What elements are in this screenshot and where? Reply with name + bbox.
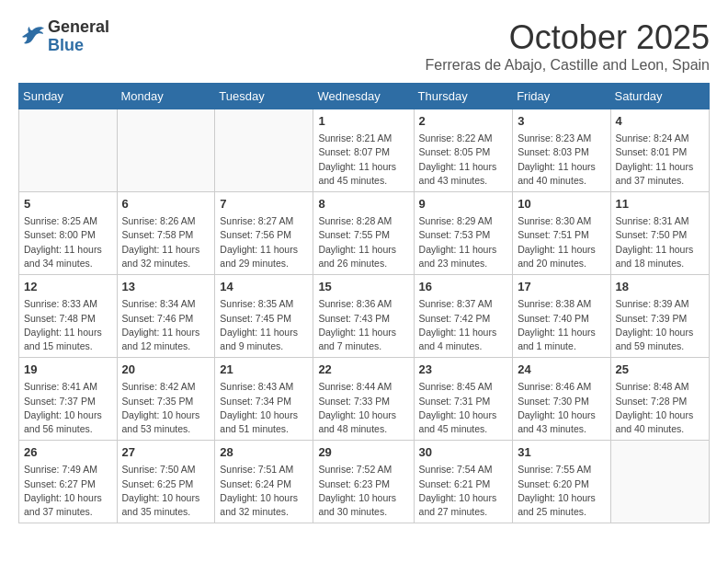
day-cell: 15Sunrise: 8:36 AM Sunset: 7:43 PM Dayli… <box>313 275 414 358</box>
day-cell: 2Sunrise: 8:22 AM Sunset: 8:05 PM Daylig… <box>414 109 513 192</box>
day-cell: 3Sunrise: 8:23 AM Sunset: 8:03 PM Daylig… <box>513 109 610 192</box>
day-cell: 5Sunrise: 8:25 AM Sunset: 8:00 PM Daylig… <box>19 192 118 275</box>
day-info: Sunrise: 8:38 AM Sunset: 7:40 PM Dayligh… <box>518 297 605 353</box>
day-cell: 23Sunrise: 8:45 AM Sunset: 7:31 PM Dayli… <box>414 358 513 441</box>
calendar-table: SundayMondayTuesdayWednesdayThursdayFrid… <box>18 83 710 523</box>
day-number: 4 <box>616 113 704 130</box>
day-number: 7 <box>220 196 308 213</box>
header-thursday: Thursday <box>414 84 513 109</box>
day-number: 21 <box>220 362 308 378</box>
day-number: 25 <box>616 362 704 378</box>
day-cell: 17Sunrise: 8:38 AM Sunset: 7:40 PM Dayli… <box>513 275 610 358</box>
day-number: 31 <box>518 444 605 461</box>
day-info: Sunrise: 8:41 AM Sunset: 7:37 PM Dayligh… <box>24 380 112 436</box>
day-number: 10 <box>518 196 605 213</box>
week-row-1: 1Sunrise: 8:21 AM Sunset: 8:07 PM Daylig… <box>19 109 710 192</box>
page-header: General Blue October 2025 Ferreras de Ab… <box>18 18 710 74</box>
day-cell <box>19 109 118 192</box>
day-cell: 13Sunrise: 8:34 AM Sunset: 7:46 PM Dayli… <box>117 275 215 358</box>
day-number: 15 <box>318 279 408 295</box>
day-info: Sunrise: 8:27 AM Sunset: 7:56 PM Dayligh… <box>220 214 308 270</box>
day-info: Sunrise: 8:30 AM Sunset: 7:51 PM Dayligh… <box>518 214 605 270</box>
day-cell: 6Sunrise: 8:26 AM Sunset: 7:58 PM Daylig… <box>117 192 215 275</box>
day-cell: 25Sunrise: 8:48 AM Sunset: 7:28 PM Dayli… <box>610 358 709 441</box>
day-cell: 29Sunrise: 7:52 AM Sunset: 6:23 PM Dayli… <box>313 441 414 523</box>
day-info: Sunrise: 7:55 AM Sunset: 6:20 PM Dayligh… <box>518 463 605 519</box>
day-info: Sunrise: 8:22 AM Sunset: 8:05 PM Dayligh… <box>419 132 508 188</box>
day-cell: 1Sunrise: 8:21 AM Sunset: 8:07 PM Daylig… <box>313 109 414 192</box>
header-monday: Monday <box>117 84 215 109</box>
day-number: 29 <box>318 444 408 461</box>
location-subtitle: Ferreras de Abajo, Castille and Leon, Sp… <box>425 57 710 74</box>
day-cell: 24Sunrise: 8:46 AM Sunset: 7:30 PM Dayli… <box>513 358 610 441</box>
day-cell: 30Sunrise: 7:54 AM Sunset: 6:21 PM Dayli… <box>414 441 513 523</box>
day-number: 9 <box>419 196 508 213</box>
day-info: Sunrise: 8:26 AM Sunset: 7:58 PM Dayligh… <box>122 214 210 270</box>
day-number: 5 <box>24 196 112 213</box>
header-friday: Friday <box>513 84 610 109</box>
day-info: Sunrise: 8:24 AM Sunset: 8:01 PM Dayligh… <box>616 132 704 188</box>
day-cell: 16Sunrise: 8:37 AM Sunset: 7:42 PM Dayli… <box>414 275 513 358</box>
day-cell: 22Sunrise: 8:44 AM Sunset: 7:33 PM Dayli… <box>313 358 414 441</box>
day-info: Sunrise: 8:21 AM Sunset: 8:07 PM Dayligh… <box>318 132 408 188</box>
day-info: Sunrise: 8:33 AM Sunset: 7:48 PM Dayligh… <box>24 297 112 353</box>
logo-name: General Blue <box>48 18 109 55</box>
day-info: Sunrise: 8:48 AM Sunset: 7:28 PM Dayligh… <box>616 380 704 436</box>
header-saturday: Saturday <box>610 84 709 109</box>
day-info: Sunrise: 7:52 AM Sunset: 6:23 PM Dayligh… <box>318 463 408 519</box>
day-number: 23 <box>419 362 508 378</box>
day-info: Sunrise: 8:31 AM Sunset: 7:50 PM Dayligh… <box>616 214 704 270</box>
header-wednesday: Wednesday <box>313 84 414 109</box>
day-number: 22 <box>318 362 408 378</box>
day-number: 17 <box>518 279 605 295</box>
logo-blue-text: Blue <box>48 37 109 55</box>
day-number: 13 <box>122 279 210 295</box>
day-cell: 9Sunrise: 8:29 AM Sunset: 7:53 PM Daylig… <box>414 192 513 275</box>
day-number: 20 <box>122 362 210 378</box>
day-info: Sunrise: 8:44 AM Sunset: 7:33 PM Dayligh… <box>318 380 408 436</box>
week-row-2: 5Sunrise: 8:25 AM Sunset: 8:00 PM Daylig… <box>19 192 710 275</box>
day-cell: 8Sunrise: 8:28 AM Sunset: 7:55 PM Daylig… <box>313 192 414 275</box>
day-cell: 7Sunrise: 8:27 AM Sunset: 7:56 PM Daylig… <box>215 192 313 275</box>
day-info: Sunrise: 8:46 AM Sunset: 7:30 PM Dayligh… <box>518 380 605 436</box>
month-year-title: October 2025 <box>425 18 710 57</box>
logo-icon <box>18 23 46 51</box>
day-number: 6 <box>122 196 210 213</box>
day-cell: 26Sunrise: 7:49 AM Sunset: 6:27 PM Dayli… <box>19 441 118 523</box>
week-row-3: 12Sunrise: 8:33 AM Sunset: 7:48 PM Dayli… <box>19 275 710 358</box>
day-number: 18 <box>616 279 704 295</box>
day-number: 24 <box>518 362 605 378</box>
day-info: Sunrise: 8:28 AM Sunset: 7:55 PM Dayligh… <box>318 214 408 270</box>
header-sunday: Sunday <box>19 84 118 109</box>
day-info: Sunrise: 7:49 AM Sunset: 6:27 PM Dayligh… <box>24 463 112 519</box>
header-tuesday: Tuesday <box>215 84 313 109</box>
day-info: Sunrise: 8:39 AM Sunset: 7:39 PM Dayligh… <box>616 297 704 353</box>
day-cell: 18Sunrise: 8:39 AM Sunset: 7:39 PM Dayli… <box>610 275 709 358</box>
day-number: 16 <box>419 279 508 295</box>
day-cell: 4Sunrise: 8:24 AM Sunset: 8:01 PM Daylig… <box>610 109 709 192</box>
day-cell: 21Sunrise: 8:43 AM Sunset: 7:34 PM Dayli… <box>215 358 313 441</box>
week-row-5: 26Sunrise: 7:49 AM Sunset: 6:27 PM Dayli… <box>19 441 710 523</box>
day-info: Sunrise: 8:37 AM Sunset: 7:42 PM Dayligh… <box>419 297 508 353</box>
day-cell <box>610 441 709 523</box>
calendar-header-row: SundayMondayTuesdayWednesdayThursdayFrid… <box>19 84 710 109</box>
day-info: Sunrise: 7:51 AM Sunset: 6:24 PM Dayligh… <box>220 463 308 519</box>
day-info: Sunrise: 7:54 AM Sunset: 6:21 PM Dayligh… <box>419 463 508 519</box>
day-number: 27 <box>122 444 210 461</box>
logo: General Blue <box>18 18 109 55</box>
day-cell: 20Sunrise: 8:42 AM Sunset: 7:35 PM Dayli… <box>117 358 215 441</box>
day-cell: 11Sunrise: 8:31 AM Sunset: 7:50 PM Dayli… <box>610 192 709 275</box>
day-number: 26 <box>24 444 112 461</box>
day-info: Sunrise: 8:25 AM Sunset: 8:00 PM Dayligh… <box>24 214 112 270</box>
day-info: Sunrise: 8:34 AM Sunset: 7:46 PM Dayligh… <box>122 297 210 353</box>
title-section: October 2025 Ferreras de Abajo, Castille… <box>425 18 710 74</box>
day-number: 1 <box>318 113 408 130</box>
day-cell <box>117 109 215 192</box>
day-number: 2 <box>419 113 508 130</box>
day-cell: 28Sunrise: 7:51 AM Sunset: 6:24 PM Dayli… <box>215 441 313 523</box>
day-info: Sunrise: 8:29 AM Sunset: 7:53 PM Dayligh… <box>419 214 508 270</box>
day-cell: 31Sunrise: 7:55 AM Sunset: 6:20 PM Dayli… <box>513 441 610 523</box>
day-cell: 27Sunrise: 7:50 AM Sunset: 6:25 PM Dayli… <box>117 441 215 523</box>
logo-general-text: General <box>48 18 109 37</box>
day-info: Sunrise: 8:43 AM Sunset: 7:34 PM Dayligh… <box>220 380 308 436</box>
